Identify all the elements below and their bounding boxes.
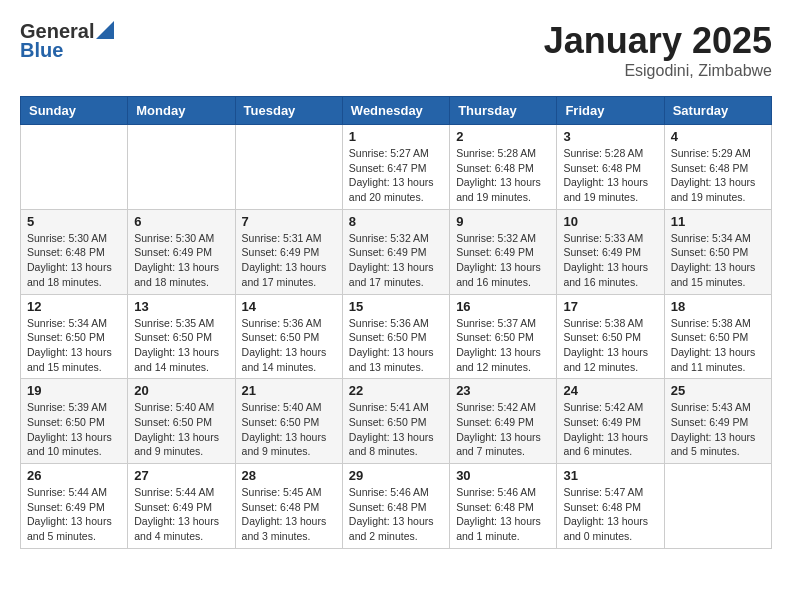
calendar-cell: 20Sunrise: 5:40 AM Sunset: 6:50 PM Dayli… [128,379,235,464]
title-block: January 2025 Esigodini, Zimbabwe [544,20,772,80]
calendar-cell: 21Sunrise: 5:40 AM Sunset: 6:50 PM Dayli… [235,379,342,464]
day-number: 22 [349,383,443,398]
day-info: Sunrise: 5:33 AM Sunset: 6:49 PM Dayligh… [563,231,657,290]
day-info: Sunrise: 5:28 AM Sunset: 6:48 PM Dayligh… [563,146,657,205]
day-header-sunday: Sunday [21,97,128,125]
day-number: 28 [242,468,336,483]
day-header-thursday: Thursday [450,97,557,125]
day-info: Sunrise: 5:40 AM Sunset: 6:50 PM Dayligh… [242,400,336,459]
day-info: Sunrise: 5:30 AM Sunset: 6:49 PM Dayligh… [134,231,228,290]
calendar-week-row: 12Sunrise: 5:34 AM Sunset: 6:50 PM Dayli… [21,294,772,379]
calendar-cell: 9Sunrise: 5:32 AM Sunset: 6:49 PM Daylig… [450,209,557,294]
calendar-cell: 16Sunrise: 5:37 AM Sunset: 6:50 PM Dayli… [450,294,557,379]
calendar-cell: 30Sunrise: 5:46 AM Sunset: 6:48 PM Dayli… [450,464,557,549]
calendar-cell: 27Sunrise: 5:44 AM Sunset: 6:49 PM Dayli… [128,464,235,549]
calendar-cell: 29Sunrise: 5:46 AM Sunset: 6:48 PM Dayli… [342,464,449,549]
calendar-cell: 8Sunrise: 5:32 AM Sunset: 6:49 PM Daylig… [342,209,449,294]
day-info: Sunrise: 5:44 AM Sunset: 6:49 PM Dayligh… [134,485,228,544]
day-number: 24 [563,383,657,398]
day-header-monday: Monday [128,97,235,125]
day-number: 29 [349,468,443,483]
day-info: Sunrise: 5:32 AM Sunset: 6:49 PM Dayligh… [456,231,550,290]
day-number: 5 [27,214,121,229]
day-header-wednesday: Wednesday [342,97,449,125]
location-text: Esigodini, Zimbabwe [544,62,772,80]
day-number: 11 [671,214,765,229]
day-number: 12 [27,299,121,314]
calendar-cell: 26Sunrise: 5:44 AM Sunset: 6:49 PM Dayli… [21,464,128,549]
day-header-tuesday: Tuesday [235,97,342,125]
calendar-cell: 3Sunrise: 5:28 AM Sunset: 6:48 PM Daylig… [557,125,664,210]
logo-arrow-icon [96,21,114,39]
day-number: 30 [456,468,550,483]
day-info: Sunrise: 5:27 AM Sunset: 6:47 PM Dayligh… [349,146,443,205]
calendar-cell: 19Sunrise: 5:39 AM Sunset: 6:50 PM Dayli… [21,379,128,464]
day-number: 19 [27,383,121,398]
calendar-cell [235,125,342,210]
calendar-table: SundayMondayTuesdayWednesdayThursdayFrid… [20,96,772,549]
calendar-cell: 24Sunrise: 5:42 AM Sunset: 6:49 PM Dayli… [557,379,664,464]
calendar-week-row: 5Sunrise: 5:30 AM Sunset: 6:48 PM Daylig… [21,209,772,294]
day-number: 7 [242,214,336,229]
day-number: 27 [134,468,228,483]
calendar-cell: 11Sunrise: 5:34 AM Sunset: 6:50 PM Dayli… [664,209,771,294]
day-number: 8 [349,214,443,229]
calendar-week-row: 26Sunrise: 5:44 AM Sunset: 6:49 PM Dayli… [21,464,772,549]
logo-blue-text: Blue [20,39,63,62]
day-info: Sunrise: 5:38 AM Sunset: 6:50 PM Dayligh… [671,316,765,375]
day-number: 1 [349,129,443,144]
calendar-cell: 28Sunrise: 5:45 AM Sunset: 6:48 PM Dayli… [235,464,342,549]
day-info: Sunrise: 5:46 AM Sunset: 6:48 PM Dayligh… [349,485,443,544]
day-info: Sunrise: 5:35 AM Sunset: 6:50 PM Dayligh… [134,316,228,375]
calendar-cell: 17Sunrise: 5:38 AM Sunset: 6:50 PM Dayli… [557,294,664,379]
calendar-header-row: SundayMondayTuesdayWednesdayThursdayFrid… [21,97,772,125]
calendar-cell: 2Sunrise: 5:28 AM Sunset: 6:48 PM Daylig… [450,125,557,210]
day-info: Sunrise: 5:31 AM Sunset: 6:49 PM Dayligh… [242,231,336,290]
day-number: 16 [456,299,550,314]
day-info: Sunrise: 5:46 AM Sunset: 6:48 PM Dayligh… [456,485,550,544]
day-number: 10 [563,214,657,229]
calendar-cell: 18Sunrise: 5:38 AM Sunset: 6:50 PM Dayli… [664,294,771,379]
day-number: 9 [456,214,550,229]
day-info: Sunrise: 5:41 AM Sunset: 6:50 PM Dayligh… [349,400,443,459]
page-header: General Blue January 2025 Esigodini, Zim… [20,20,772,80]
day-number: 4 [671,129,765,144]
calendar-week-row: 1Sunrise: 5:27 AM Sunset: 6:47 PM Daylig… [21,125,772,210]
logo: General Blue [20,20,114,62]
day-info: Sunrise: 5:29 AM Sunset: 6:48 PM Dayligh… [671,146,765,205]
day-number: 3 [563,129,657,144]
calendar-cell: 6Sunrise: 5:30 AM Sunset: 6:49 PM Daylig… [128,209,235,294]
day-number: 14 [242,299,336,314]
day-info: Sunrise: 5:34 AM Sunset: 6:50 PM Dayligh… [671,231,765,290]
calendar-week-row: 19Sunrise: 5:39 AM Sunset: 6:50 PM Dayli… [21,379,772,464]
day-number: 13 [134,299,228,314]
day-info: Sunrise: 5:38 AM Sunset: 6:50 PM Dayligh… [563,316,657,375]
day-number: 25 [671,383,765,398]
calendar-cell: 22Sunrise: 5:41 AM Sunset: 6:50 PM Dayli… [342,379,449,464]
day-info: Sunrise: 5:34 AM Sunset: 6:50 PM Dayligh… [27,316,121,375]
calendar-cell: 23Sunrise: 5:42 AM Sunset: 6:49 PM Dayli… [450,379,557,464]
day-info: Sunrise: 5:43 AM Sunset: 6:49 PM Dayligh… [671,400,765,459]
day-info: Sunrise: 5:40 AM Sunset: 6:50 PM Dayligh… [134,400,228,459]
day-info: Sunrise: 5:44 AM Sunset: 6:49 PM Dayligh… [27,485,121,544]
calendar-cell: 15Sunrise: 5:36 AM Sunset: 6:50 PM Dayli… [342,294,449,379]
day-number: 17 [563,299,657,314]
calendar-cell: 12Sunrise: 5:34 AM Sunset: 6:50 PM Dayli… [21,294,128,379]
calendar-cell: 31Sunrise: 5:47 AM Sunset: 6:48 PM Dayli… [557,464,664,549]
day-info: Sunrise: 5:28 AM Sunset: 6:48 PM Dayligh… [456,146,550,205]
day-header-friday: Friday [557,97,664,125]
day-info: Sunrise: 5:37 AM Sunset: 6:50 PM Dayligh… [456,316,550,375]
calendar-cell: 10Sunrise: 5:33 AM Sunset: 6:49 PM Dayli… [557,209,664,294]
day-info: Sunrise: 5:39 AM Sunset: 6:50 PM Dayligh… [27,400,121,459]
day-info: Sunrise: 5:47 AM Sunset: 6:48 PM Dayligh… [563,485,657,544]
calendar-cell: 7Sunrise: 5:31 AM Sunset: 6:49 PM Daylig… [235,209,342,294]
day-number: 31 [563,468,657,483]
day-info: Sunrise: 5:45 AM Sunset: 6:48 PM Dayligh… [242,485,336,544]
day-info: Sunrise: 5:36 AM Sunset: 6:50 PM Dayligh… [349,316,443,375]
calendar-cell: 4Sunrise: 5:29 AM Sunset: 6:48 PM Daylig… [664,125,771,210]
day-info: Sunrise: 5:36 AM Sunset: 6:50 PM Dayligh… [242,316,336,375]
day-info: Sunrise: 5:42 AM Sunset: 6:49 PM Dayligh… [456,400,550,459]
month-title: January 2025 [544,20,772,62]
day-number: 20 [134,383,228,398]
day-info: Sunrise: 5:32 AM Sunset: 6:49 PM Dayligh… [349,231,443,290]
